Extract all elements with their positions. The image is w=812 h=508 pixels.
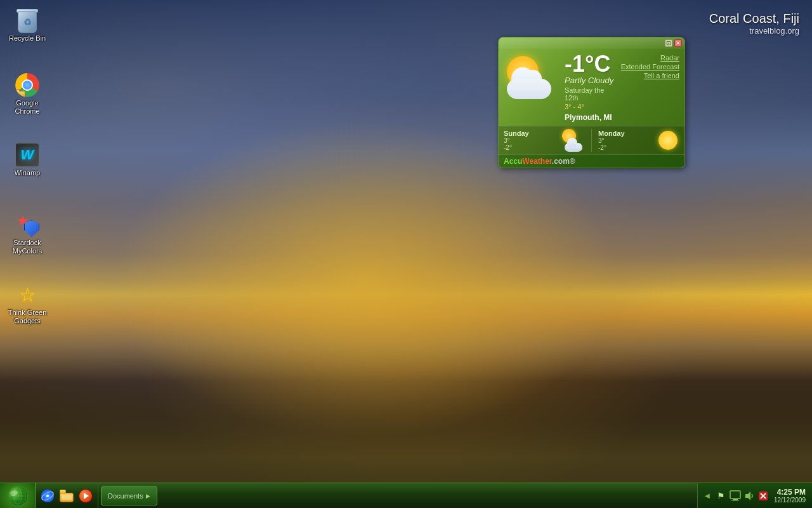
desktop-icon-thinkgreen[interactable]: ☆ Think Green Gadgets	[5, 279, 49, 328]
svg-point-8	[46, 495, 49, 497]
forecast-monday-temps: 3° -2°	[598, 137, 654, 151]
stardock-label: Stardock MyColors	[8, 239, 47, 255]
weather-icon-area	[504, 53, 561, 104]
quick-launch-folder[interactable]	[58, 488, 75, 504]
documents-label: Documents	[108, 492, 143, 500]
forecast-monday-icon	[657, 129, 679, 152]
stardock-shield	[24, 220, 39, 237]
recycle-bin-label: Recycle Bin	[9, 34, 46, 43]
widget-titlebar: ⊡ ✕	[499, 37, 684, 49]
widget-footer: AccuWeather.com®	[499, 154, 684, 168]
clock-time: 4:25 PM	[777, 488, 806, 497]
svg-marker-12	[745, 491, 750, 500]
location-name: Coral Coast, Fiji	[709, 11, 799, 26]
desktop-icon-winamp[interactable]: W Winamp	[5, 140, 49, 180]
weather-condition: Partly Cloudy	[565, 76, 617, 85]
radar-link[interactable]: Radar	[660, 54, 679, 62]
tray-volume-icon[interactable]	[743, 490, 755, 502]
recycle-bin-icon: ♻	[15, 8, 40, 33]
quick-launch-media-player[interactable]	[77, 488, 94, 504]
widget-restore-button[interactable]: ⊡	[665, 39, 672, 47]
stardock-icon: ★	[15, 212, 40, 237]
clock[interactable]: 4:25 PM 12/12/2009	[771, 488, 808, 504]
weather-widget: ⊡ ✕ -1°C Partly Cloudy Satur	[498, 37, 685, 168]
forecast-sunday: Sunday 3° -2°	[504, 129, 585, 152]
documents-taskbar-button[interactable]: Documents ▶	[101, 486, 157, 505]
desktop-icon-stardock[interactable]: ★ Stardock MyColors	[5, 210, 49, 258]
forecast-monday: Monday 3° -2°	[598, 129, 679, 152]
google-chrome-icon	[15, 72, 40, 98]
tray-flag-icon[interactable]: ⚑	[716, 490, 727, 502]
widget-main-info: -1°C Partly Cloudy Saturday the 12th 3° …	[565, 53, 617, 122]
winamp-icon: W	[15, 142, 40, 168]
google-chrome-label: Google Chrome	[8, 99, 47, 116]
cloud-icon	[504, 72, 554, 99]
location-site: travelblog.org	[709, 26, 799, 36]
desktop: Coral Coast, Fiji travelblog.org ♻ Recyc…	[0, 0, 812, 508]
desktop-icon-recycle-bin[interactable]: ♻ Recycle Bin	[5, 5, 49, 45]
thinkgreen-icon: ☆	[15, 282, 40, 307]
accuweather-logo[interactable]: AccuWeather.com®	[504, 157, 575, 166]
weather-temp-range: 3° - 4°	[565, 103, 617, 110]
tray-close-icon[interactable]	[757, 490, 769, 502]
taskbar: Documents ▶ ◀ ⚑	[0, 483, 812, 508]
winamp-letter: W	[21, 147, 34, 163]
taskbar-middle: Documents ▶	[98, 483, 697, 509]
desktop-icon-google-chrome[interactable]: Google Chrome	[5, 70, 49, 118]
weather-date: Saturday the 12th	[565, 86, 617, 102]
system-tray: ◀ ⚑	[697, 483, 812, 509]
thinkgreen-star: ☆	[19, 284, 36, 306]
start-button[interactable]	[0, 483, 36, 509]
forecast-divider	[591, 129, 592, 152]
tray-expand-button[interactable]: ◀	[702, 490, 713, 502]
forecast-sunday-temps: 3° -2°	[504, 137, 560, 151]
location-watermark: Coral Coast, Fiji travelblog.org	[709, 11, 799, 36]
taskbar-arrow: ▶	[146, 493, 150, 499]
tell-friend-link[interactable]: Tell a friend	[644, 72, 679, 79]
forecast-sunday-icon	[562, 129, 585, 152]
winamp-label: Winamp	[15, 169, 40, 177]
extended-forecast-link[interactable]: Extended Forecast	[621, 63, 679, 70]
forecast-monday-label: Monday	[598, 130, 654, 137]
start-globe-icon	[8, 486, 28, 506]
svg-rect-9	[730, 491, 740, 498]
cloud-layer	[0, 0, 812, 356]
thinkgreen-label: Think Green Gadgets	[8, 309, 47, 325]
widget-body: -1°C Partly Cloudy Saturday the 12th 3° …	[499, 49, 684, 126]
quick-launch-area	[36, 483, 98, 509]
tray-display-icon[interactable]	[730, 490, 741, 502]
weather-location: Plymouth, MI	[565, 113, 617, 122]
quick-launch-ie[interactable]	[39, 488, 56, 504]
forecast-sunday-info: Sunday 3° -2°	[504, 130, 560, 151]
widget-close-button[interactable]: ✕	[674, 39, 682, 47]
weather-temperature: -1°C	[565, 53, 617, 76]
widget-links: Radar Extended Forecast Tell a friend	[621, 53, 679, 122]
widget-forecast: Sunday 3° -2° Monday 3°	[499, 126, 684, 154]
forecast-monday-info: Monday 3° -2°	[598, 130, 654, 151]
forecast-sunday-label: Sunday	[504, 130, 560, 137]
partly-cloudy-icon	[504, 53, 560, 102]
clock-date: 12/12/2009	[774, 497, 806, 504]
